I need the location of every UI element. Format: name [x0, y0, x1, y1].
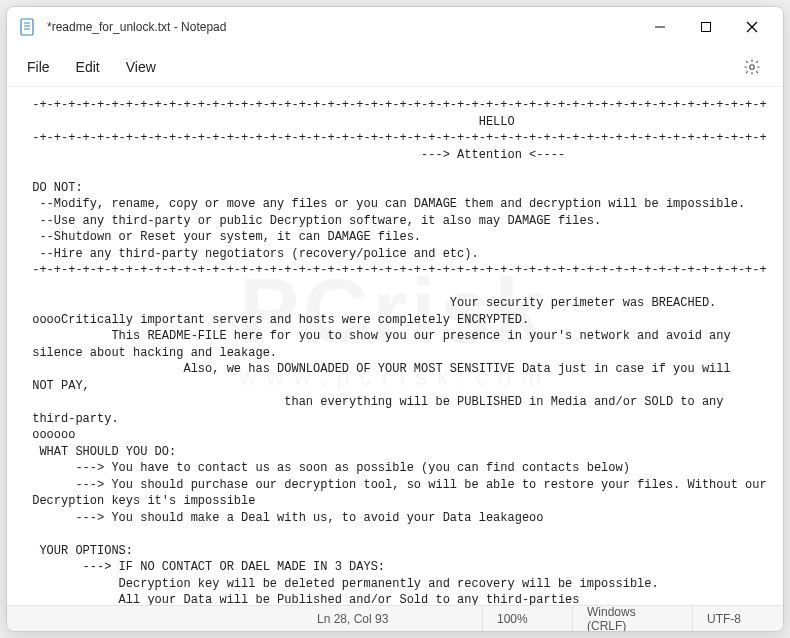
settings-button[interactable] — [741, 56, 763, 78]
status-cursor-position: Ln 28, Col 93 — [303, 606, 483, 631]
menu-file[interactable]: File — [27, 59, 50, 75]
menubar: File Edit View — [7, 47, 783, 87]
close-button[interactable] — [729, 11, 775, 43]
status-encoding: UTF-8 — [693, 606, 783, 631]
statusbar: Ln 28, Col 93 100% Windows (CRLF) UTF-8 — [7, 605, 783, 631]
svg-point-8 — [750, 64, 755, 69]
status-zoom[interactable]: 100% — [483, 606, 573, 631]
status-line-ending: Windows (CRLF) — [573, 606, 693, 631]
titlebar: *readme_for_unlock.txt - Notepad — [7, 7, 783, 47]
editor-area: PCrisk www.pcrisk.com -+-+-+-+-+-+-+-+-+… — [7, 87, 783, 605]
svg-rect-5 — [702, 23, 711, 32]
minimize-button[interactable] — [637, 11, 683, 43]
window-title: *readme_for_unlock.txt - Notepad — [47, 20, 226, 34]
svg-rect-0 — [21, 19, 33, 35]
document-text[interactable]: -+-+-+-+-+-+-+-+-+-+-+-+-+-+-+-+-+-+-+-+… — [7, 87, 783, 605]
menu-view[interactable]: View — [126, 59, 156, 75]
notepad-app-icon — [19, 18, 37, 36]
menu-edit[interactable]: Edit — [76, 59, 100, 75]
maximize-button[interactable] — [683, 11, 729, 43]
notepad-window: *readme_for_unlock.txt - Notepad File Ed… — [6, 6, 784, 632]
